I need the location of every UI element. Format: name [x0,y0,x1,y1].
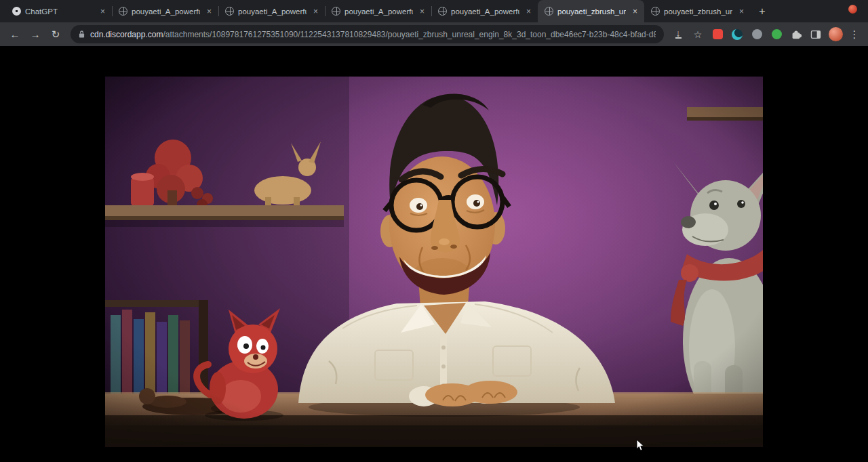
tab-close-icon[interactable]: × [630,6,640,16]
recording-indicator-icon [848,5,857,14]
address-bar[interactable]: cdn.discordapp.com/attachments/108978176… [71,25,664,43]
url-text: cdn.discordapp.com/attachments/108978176… [90,30,656,39]
tab-close-icon[interactable]: × [204,6,214,16]
browser-toolbar: ← → ↻ cdn.discordapp.com/attachments/108… [0,22,868,46]
tab-close-icon[interactable]: × [311,6,321,16]
puzzle-glyph [790,28,802,41]
tab-title: pouyaeti_zbrush_unreal_engi [664,7,732,16]
tab-title: ChatGPT [25,7,94,16]
tab-pouyaeti-2[interactable]: pouyaeti_A_powerful_modern × [218,0,325,22]
download-bar [675,37,682,39]
tab-strip: ChatGPT × pouyaeti_A_powerful_modern × p… [0,0,868,22]
extension-icon-red[interactable] [709,26,726,43]
back-button[interactable]: ← [5,25,24,44]
tab-close-icon[interactable]: × [736,6,747,16]
tab-title: pouyaeti_A_powerful_modern [132,7,200,16]
attachment-image [105,77,763,447]
tab-pouyaeti-4[interactable]: pouyaeti_A_powerful_modern × [431,0,538,22]
globe-favicon-icon [119,7,127,16]
globe-favicon-icon [438,7,447,16]
extension-icon-green[interactable] [768,26,785,43]
image-scene [105,77,763,447]
reload-button[interactable]: ↻ [46,25,65,44]
side-panel-icon[interactable] [807,26,825,43]
profile-avatar[interactable] [827,26,844,43]
chatgpt-favicon-icon [12,7,21,16]
extension-icon-gray[interactable] [748,26,766,43]
globe-favicon-icon [545,7,553,16]
extension-green-glyph [772,29,782,39]
new-tab-button[interactable]: + [753,3,771,20]
tab-pouyaeti-1[interactable]: pouyaeti_A_powerful_modern × [112,0,218,22]
tab-title: pouyaeti_A_powerful_modern [344,7,413,16]
url-path: /attachments/1089781761275351090/1122543… [163,30,656,39]
extension-icon-dark-mode[interactable] [728,26,746,43]
mouse-cursor [636,439,644,451]
globe-favicon-icon [332,7,340,16]
tab-close-icon[interactable]: × [98,6,108,16]
tab-title: pouyaeti_A_powerful_modern [238,7,307,16]
download-arrow: ↓ [676,30,681,37]
extension-red-glyph [713,29,723,39]
toolbar-actions: ↓ ☆ ⋮ [669,26,863,43]
avatar-image [829,27,843,41]
tab-title: pouyaeti_A_powerful_modern [451,7,519,16]
extensions-puzzle-icon[interactable] [787,26,805,43]
tab-pouyaeti-3[interactable]: pouyaeti_A_powerful_modern × [325,0,431,22]
tab-pouyaeti-zbrush-2[interactable]: pouyaeti_zbrush_unreal_engi × [644,0,751,22]
globe-favicon-icon [225,7,234,16]
bookmark-star-icon[interactable]: ☆ [689,26,707,43]
browser-window: ChatGPT × pouyaeti_A_powerful_modern × p… [0,0,868,462]
download-icon[interactable]: ↓ [669,26,687,43]
moon-icon [732,29,743,40]
tab-chatgpt[interactable]: ChatGPT × [5,0,112,22]
extension-gray-glyph [752,29,762,39]
url-domain: cdn.discordapp.com [90,30,163,39]
tab-close-icon[interactable]: × [524,6,534,16]
forward-button[interactable]: → [26,25,45,44]
page-content [0,46,868,462]
side-panel-glyph [810,28,822,41]
lock-icon[interactable] [79,30,85,39]
tab-pouyaeti-zbrush-active[interactable]: pouyaeti_zbrush_unreal_engin × [538,0,644,22]
globe-favicon-icon [651,7,660,16]
browser-menu-icon[interactable]: ⋮ [846,26,863,43]
tab-close-icon[interactable]: × [417,6,427,16]
tab-title: pouyaeti_zbrush_unreal_engin [557,7,626,16]
